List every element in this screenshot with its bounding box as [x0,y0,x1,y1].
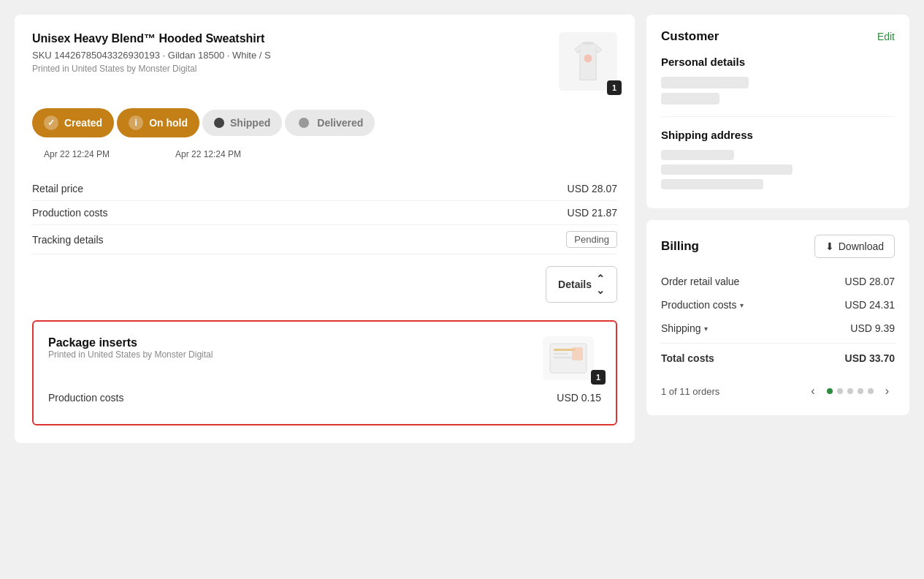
sweatshirt-icon [566,39,610,83]
product-printed-by: Printed in United States by Monster Digi… [32,64,547,74]
pagination-next-button[interactable]: › [879,382,895,401]
package-image-wrapper: 1 [543,336,601,380]
download-label: Download [839,241,884,252]
download-icon: ⬇ [825,241,834,252]
package-production-costs-value: USD 0.15 [557,392,601,404]
sidebar: Customer Edit Personal details Shipping … [646,15,909,443]
retail-price-row: Retail price USD 28.07 [32,177,617,201]
address-line-3 [661,179,763,189]
package-inserts-header: Package inserts Printed in United States… [48,336,601,380]
customer-header: Customer Edit [661,29,895,44]
production-costs-value: USD 21.87 [568,207,617,219]
svg-rect-5 [572,347,583,360]
customer-card: Customer Edit Personal details Shipping … [646,15,909,208]
shipping-row: Shipping ▾ USD 9.39 [661,317,895,340]
billing-card: Billing ⬇ Download Order retail value US… [646,220,909,415]
status-delivered-label: Delivered [317,117,363,129]
status-bar: ✓ Created i On hold Shipped Delivered [32,108,617,137]
total-costs-label: Total costs [661,352,714,364]
pagination-dot-2[interactable] [837,388,843,394]
billing-production-costs-value: USD 24.31 [845,299,895,311]
address-line-2 [661,164,793,175]
order-retail-row: Order retail value USD 28.07 [661,270,895,293]
tracking-status-badge: Pending [566,231,617,248]
personal-details-title: Personal details [661,56,895,68]
status-dates: Apr 22 12:24 PM Apr 22 12:24 PM [32,149,617,159]
status-shipped: Shipped [202,110,282,136]
status-created-label: Created [64,117,102,129]
pagination-info: 1 of 11 orders [661,386,719,397]
pagination-dot-1[interactable] [827,388,833,394]
total-costs-row: Total costs USD 33.70 [661,343,895,370]
order-retail-label: Order retail value [661,276,739,287]
created-date: Apr 22 12:24 PM [32,149,164,159]
svg-rect-3 [554,353,568,355]
product-title: Unisex Heavy Blend™ Hooded Sweatshirt [32,32,547,45]
status-delivered: Delivered [285,110,375,136]
package-inserts-subtitle: Printed in United States by Monster Digi… [48,349,213,360]
status-created: ✓ Created [32,108,114,137]
status-onhold: i On hold [117,108,199,137]
billing-production-costs-row: Production costs ▾ USD 24.31 [661,293,895,317]
details-row: Details ⌃⌄ [32,266,617,303]
product-info: Unisex Heavy Blend™ Hooded Sweatshirt SK… [32,32,547,74]
personal-details-placeholder-2 [661,93,719,105]
shipped-icon [214,118,224,128]
product-quantity-badge: 1 [607,80,622,95]
shipping-value: USD 9.39 [850,322,895,334]
download-button[interactable]: ⬇ Download [814,235,895,258]
retail-price-value: USD 28.07 [568,183,617,194]
customer-title: Customer [661,29,719,44]
package-production-costs-label: Production costs [48,392,124,404]
pagination-dots [827,388,874,394]
personal-details-placeholder-1 [661,77,749,88]
production-costs-chevron-icon[interactable]: ▾ [740,301,744,309]
chevron-updown-icon: ⌃⌄ [596,273,605,296]
details-button[interactable]: Details ⌃⌄ [546,266,617,303]
total-costs-value: USD 33.70 [845,352,895,364]
status-onhold-label: On hold [149,117,188,129]
pagination-controls: ‹ › [805,382,895,401]
personal-details-section: Personal details [661,56,895,105]
package-production-costs-row: Production costs USD 0.15 [48,386,601,409]
pagination-dot-5[interactable] [868,388,874,394]
details-button-label: Details [558,279,592,290]
package-insert-icon [546,340,590,376]
order-retail-value: USD 28.07 [845,276,895,287]
shipping-chevron-icon[interactable]: ▾ [704,325,708,333]
pagination-dot-4[interactable] [858,388,863,394]
tracking-details-row: Tracking details Pending [32,225,617,254]
shipping-address-section: Shipping address [661,129,895,189]
billing-title: Billing [661,239,699,254]
svg-rect-4 [554,357,572,358]
package-inserts-section: Package inserts Printed in United States… [32,320,617,425]
status-shipped-label: Shipped [230,117,270,129]
main-card: Unisex Heavy Blend™ Hooded Sweatshirt SK… [15,15,635,443]
production-costs-row: Production costs USD 21.87 [32,201,617,225]
address-line-1 [661,150,734,160]
pagination-dot-3[interactable] [847,388,853,394]
created-check-icon: ✓ [44,116,58,130]
edit-link[interactable]: Edit [877,31,895,42]
billing-header: Billing ⬇ Download [661,235,895,258]
section-divider [661,116,895,117]
onhold-date: Apr 22 12:24 PM [164,149,295,159]
shipping-address-title: Shipping address [661,129,895,141]
shipping-label: Shipping [661,322,701,334]
production-costs-label: Production costs [32,207,108,219]
billing-production-costs-label: Production costs [661,299,737,311]
onhold-info-icon: i [129,116,143,130]
product-section: Unisex Heavy Blend™ Hooded Sweatshirt SK… [32,32,617,91]
retail-price-label: Retail price [32,183,83,194]
delivered-icon [299,118,309,128]
product-image-wrapper: 1 [559,32,617,91]
package-inserts-title: Package inserts [48,336,213,349]
svg-point-0 [584,54,592,62]
tracking-details-label: Tracking details [32,234,104,246]
pagination-prev-button[interactable]: ‹ [805,382,820,401]
pagination: 1 of 11 orders ‹ › [661,382,895,401]
package-image [543,336,594,380]
package-quantity-badge: 1 [591,370,606,385]
product-sku: SKU 14426785043326930193 · Gildan 18500 … [32,50,547,61]
